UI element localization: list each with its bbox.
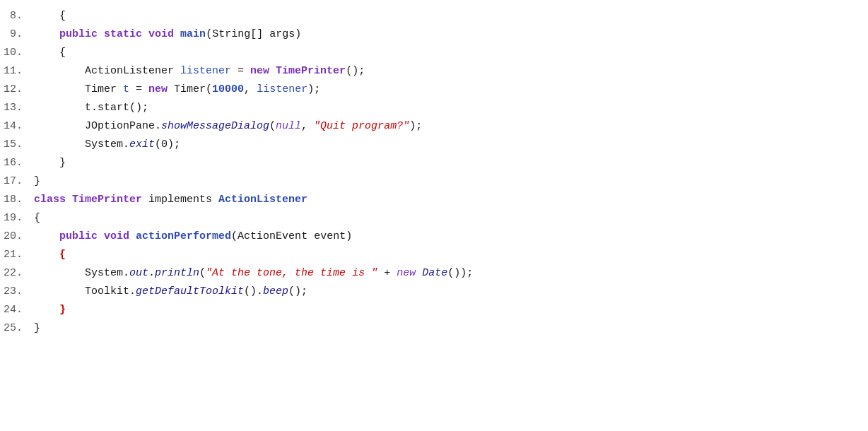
line-content: { (34, 210, 868, 227)
code-token: TimePrinter (72, 194, 142, 206)
code-token: ( (206, 28, 212, 40)
line-number: 22. (0, 265, 34, 282)
line-content: } (34, 320, 868, 337)
line-number: 24. (0, 302, 34, 319)
line-content: Timer t = new Timer(10000, listener); (34, 81, 868, 98)
code-token: } (34, 175, 40, 187)
line-number: 25. (0, 320, 34, 337)
code-line: 17.} (0, 172, 868, 191)
code-token: new (397, 267, 416, 279)
line-number: 19. (0, 210, 34, 227)
code-line: 23. Toolkit.getDefaultToolkit().beep(); (0, 283, 868, 301)
code-token (129, 230, 136, 242)
code-line: 24. } (0, 301, 868, 319)
line-content: Toolkit.getDefaultToolkit().beep(); (34, 283, 868, 300)
code-token: System. (34, 138, 129, 150)
line-content: ActionListener listener = new TimePrinte… (34, 63, 868, 80)
line-content: public static void main(String[] args) (34, 26, 868, 43)
code-token: void (148, 28, 174, 40)
line-number: 18. (0, 191, 34, 208)
line-content: System.exit(0); (34, 136, 868, 153)
code-token (142, 28, 148, 40)
code-token: Timer (34, 83, 123, 95)
code-token: listener (257, 83, 307, 95)
code-token: Timer( (168, 83, 212, 95)
line-number: 23. (0, 283, 34, 300)
code-token: static (104, 28, 142, 40)
code-token: Date (422, 267, 447, 279)
code-token: String[] (212, 28, 263, 40)
code-token: beep (263, 285, 288, 297)
code-token: { (34, 47, 66, 59)
code-token: new (148, 83, 168, 95)
code-token: "At the tone, the time is " (206, 267, 377, 279)
code-line: 12. Timer t = new Timer(10000, listener)… (0, 81, 868, 99)
code-line: 15. System.exit(0); (0, 136, 868, 154)
code-token: (); (288, 285, 307, 297)
line-number: 12. (0, 81, 34, 98)
code-token (263, 28, 269, 40)
code-token: exit (129, 138, 155, 150)
code-token: event (314, 230, 346, 242)
code-token: + (377, 267, 397, 279)
code-token: , (301, 120, 314, 132)
line-number: 8. (0, 8, 34, 25)
code-token: { (34, 10, 66, 22)
code-token: public (59, 28, 98, 40)
code-token: ( (199, 267, 206, 279)
line-content: t.start(); (34, 100, 868, 117)
code-token: actionPerformed (136, 230, 231, 242)
code-token: null (276, 120, 301, 132)
code-token: ); (409, 120, 422, 132)
line-number: 20. (0, 228, 34, 245)
code-token: t.start(); (34, 102, 148, 114)
code-token: public (59, 230, 98, 242)
code-token: JOptionPane. (34, 120, 161, 132)
code-token: ActionListener (34, 65, 180, 77)
code-token: (). (244, 285, 263, 297)
line-content: { (34, 8, 868, 25)
line-number: 9. (0, 26, 34, 43)
line-content: public void actionPerformed(ActionEvent … (34, 228, 868, 245)
code-token: "Quit program?" (314, 120, 409, 132)
code-token: Toolkit. (34, 285, 136, 297)
code-token: new (250, 65, 269, 77)
code-token: (ActionEvent (231, 230, 314, 242)
code-token: getDefaultToolkit (136, 285, 244, 297)
code-line: 11. ActionListener listener = new TimePr… (0, 62, 868, 81)
code-line: 22. System.out.println("At the tone, the… (0, 264, 868, 283)
code-token: ) (295, 28, 301, 40)
code-token (174, 28, 180, 40)
line-content: class TimePrinter implements ActionListe… (34, 191, 868, 208)
code-token: } (34, 304, 66, 316)
code-line: 9. public static void main(String[] args… (0, 25, 868, 44)
line-content: { (34, 247, 868, 264)
code-line: 25.} (0, 319, 868, 338)
code-token: main (180, 28, 206, 40)
code-line: 14. JOptionPane.showMessageDialog(null, … (0, 117, 868, 136)
line-number: 21. (0, 247, 34, 264)
code-token: 10000 (212, 83, 244, 95)
line-content: } (34, 155, 868, 172)
line-number: 10. (0, 45, 34, 61)
code-token (34, 28, 59, 40)
code-token: = (231, 65, 250, 77)
code-token: , (244, 83, 257, 95)
code-token (34, 230, 59, 242)
code-token (269, 65, 276, 77)
line-number: 13. (0, 100, 34, 117)
code-token: = (129, 83, 148, 95)
code-token: ); (307, 83, 320, 95)
code-token (416, 267, 422, 279)
code-token: ActionListener (218, 194, 307, 206)
code-token: TimePrinter (276, 65, 346, 77)
code-token: { (34, 249, 66, 261)
code-token (98, 230, 104, 242)
line-number: 16. (0, 155, 34, 172)
code-token: ( (269, 120, 276, 132)
code-line: 8. { (0, 7, 868, 25)
code-token: ()); (447, 267, 473, 279)
code-line: 20. public void actionPerformed(ActionEv… (0, 228, 868, 246)
code-token: class (34, 194, 66, 206)
code-token: println (155, 267, 199, 279)
